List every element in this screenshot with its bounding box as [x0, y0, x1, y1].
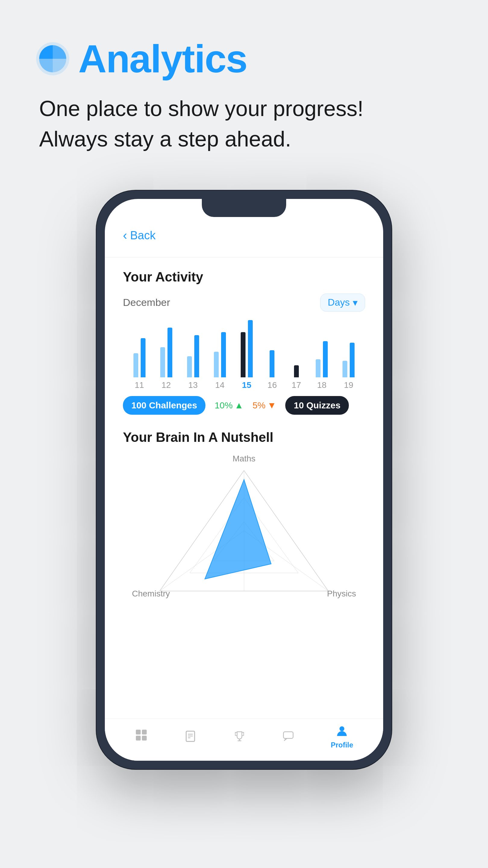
change-down: 5% ▼ [253, 400, 276, 410]
bar-active-dark [248, 320, 253, 377]
bar-light [160, 347, 165, 377]
bar-light [316, 359, 321, 377]
bar-light [343, 361, 347, 377]
lessons-icon [184, 730, 197, 744]
bar-group-11: 11 [133, 320, 145, 390]
brain-section-title: Your Brain In A Nutshell [123, 430, 365, 445]
chat-icon [282, 730, 295, 744]
nav-profile[interactable]: Profile [331, 724, 353, 749]
brain-chart: Maths Chemistry Physics [123, 454, 365, 598]
back-label: Back [130, 229, 156, 242]
bar-group-18: 18 [316, 320, 328, 390]
bar-dark [141, 338, 145, 377]
days-dropdown[interactable]: Days ▾ [320, 293, 365, 312]
back-chevron-icon: ‹ [123, 229, 127, 242]
title-row: Analytics [36, 36, 458, 82]
quizzes-badge: 10 Quizzes [285, 396, 349, 415]
chevron-down-icon: ▾ [353, 297, 358, 308]
bar-group-16: 16 [267, 320, 277, 390]
phone-mockup: ‹ Back Your Activity December Days ▾ [0, 190, 488, 769]
stats-row: 100 Challenges 10% ▲ 5% ▼ 10 Quizzes [123, 396, 365, 415]
bar-dark [194, 335, 199, 377]
bar-dark [221, 332, 226, 377]
brain-label-chemistry: Chemistry [132, 589, 170, 598]
phone-notch [202, 199, 286, 217]
nav-lessons[interactable] [184, 730, 197, 744]
bar-group-14: 14 [214, 320, 226, 390]
bar-dark [350, 343, 355, 377]
bar-dark [167, 328, 172, 377]
svg-rect-18 [284, 732, 293, 738]
arrow-up-icon: ▲ [234, 400, 243, 410]
bar-chart: 11 12 [123, 324, 365, 390]
bar-group-19: 19 [343, 320, 355, 390]
home-icon [135, 728, 148, 745]
brain-label-top: Maths [233, 454, 255, 464]
svg-point-19 [339, 726, 344, 731]
header-subtitle: One place to show your progress! Always … [39, 93, 458, 154]
change-up: 10% ▲ [215, 400, 243, 410]
triangle-svg [141, 461, 347, 600]
activity-header: December Days ▾ [123, 293, 365, 312]
svg-marker-7 [205, 479, 271, 579]
nav-chat[interactable] [282, 730, 295, 744]
month-label: December [123, 297, 170, 308]
bar-group-17: 17 [292, 320, 301, 390]
svg-rect-9 [142, 730, 147, 735]
svg-rect-11 [142, 736, 147, 741]
phone-outer: ‹ Back Your Activity December Days ▾ [96, 190, 392, 769]
page-title: Analytics [78, 36, 247, 82]
bar-dark [323, 341, 328, 377]
nav-trophy[interactable] [233, 730, 246, 744]
svg-rect-8 [136, 730, 141, 735]
bar-light [187, 356, 192, 377]
analytics-icon [36, 42, 69, 75]
nav-profile-label: Profile [331, 741, 353, 749]
bar-light [214, 352, 219, 377]
challenges-badge: 100 Challenges [123, 396, 205, 415]
header-section: Analytics One place to show your progres… [0, 0, 488, 173]
phone-screen: ‹ Back Your Activity December Days ▾ [105, 199, 383, 761]
activity-section-title: Your Activity [123, 270, 365, 284]
svg-rect-10 [136, 736, 141, 741]
bottom-nav: Profile [105, 718, 383, 761]
brain-section: Your Brain In A Nutshell Maths Chemistry… [123, 430, 365, 598]
bar-light [133, 353, 138, 377]
divider [105, 257, 383, 257]
bar-black [294, 365, 299, 377]
back-button[interactable]: ‹ Back [123, 229, 365, 242]
bar-active [241, 332, 246, 377]
bar-group-15: 15 [241, 320, 253, 390]
screen-content: ‹ Back Your Activity December Days ▾ [105, 199, 383, 718]
nav-home[interactable] [135, 728, 148, 745]
brain-label-physics: Physics [327, 589, 356, 598]
arrow-down-icon: ▼ [267, 400, 276, 410]
bar-group-13: 13 [187, 320, 199, 390]
bar-group-12: 12 [160, 320, 172, 390]
profile-icon [335, 724, 349, 738]
trophy-icon [233, 730, 246, 744]
bar-dark [270, 350, 274, 377]
